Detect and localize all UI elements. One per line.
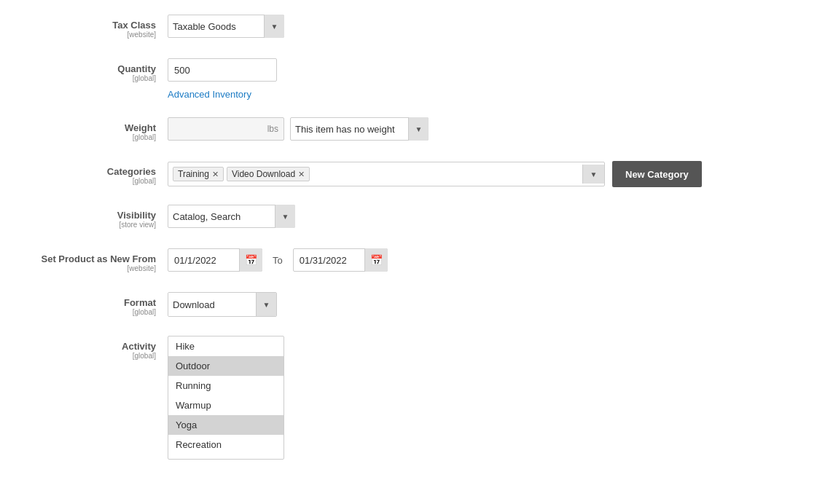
activity-scope: [global] — [15, 352, 156, 360]
set-product-new-field-col: 01/1/2022 📅 To 01/31/2022 📅 — [168, 248, 796, 272]
activity-item-warmup[interactable]: Warmup — [168, 395, 284, 415]
tax-class-select[interactable]: Taxable Goods None — [168, 15, 284, 38]
activity-label-col: Activity [global] — [15, 336, 168, 360]
category-tag-video-download: Video Download ✕ — [227, 167, 310, 181]
format-select[interactable]: Download Digital Physical — [168, 293, 256, 316]
visibility-select-wrapper: Catalog, Search Catalog Search Not Visib… — [168, 205, 295, 228]
format-scope: [global] — [15, 308, 156, 316]
weight-unit: lbs — [267, 124, 278, 134]
date-from-wrapper: 01/1/2022 📅 — [168, 248, 262, 272]
visibility-label: Visibility — [15, 210, 156, 221]
set-product-new-scope: [website] — [15, 264, 156, 272]
weight-input-wrapper: lbs — [168, 117, 284, 141]
advanced-inventory-link[interactable]: Advanced Inventory — [168, 89, 277, 100]
quantity-row: Quantity [global] 500 Advanced Inventory — [15, 58, 796, 100]
date-to-wrapper: 01/31/2022 📅 — [293, 248, 388, 272]
tax-class-row: Tax Class [website] Taxable Goods None ▼ — [15, 15, 796, 41]
date-to-icon[interactable]: 📅 — [364, 248, 388, 272]
weight-option-select[interactable]: This item has no weight This item has a … — [290, 117, 429, 141]
to-label: To — [268, 255, 287, 266]
category-tag-training: Training ✕ — [173, 167, 224, 181]
format-label-col: Format [global] — [15, 292, 168, 316]
weight-option-wrapper: This item has no weight This item has a … — [290, 117, 429, 141]
format-field-col: Download Digital Physical ▼ — [168, 292, 796, 317]
activity-item-outdoor[interactable]: Outdoor — [168, 356, 284, 376]
category-tag-video-download-label: Video Download — [232, 169, 295, 179]
set-product-new-label: Set Product as New From — [15, 253, 156, 264]
visibility-scope: [store view] — [15, 221, 156, 229]
format-row: Format [global] Download Digital Physica… — [15, 292, 796, 318]
tax-class-scope: [website] — [15, 31, 156, 39]
activity-row: Activity [global] Hike Outdoor Running W… — [15, 336, 796, 460]
activity-item-yoga[interactable]: Yoga — [168, 415, 284, 435]
format-select-wrapper: Download Digital Physical ▼ — [168, 292, 277, 317]
categories-label: Categories — [15, 166, 156, 177]
quantity-input[interactable]: 500 — [168, 58, 277, 82]
category-tag-training-remove[interactable]: ✕ — [212, 170, 219, 178]
weight-label-col: Weight [global] — [15, 117, 168, 141]
visibility-row: Visibility [store view] Catalog, Search … — [15, 205, 796, 231]
categories-field-col: Training ✕ Video Download ✕ ▼ New Catego… — [168, 161, 796, 187]
categories-tags: Training ✕ Video Download ✕ — [173, 167, 582, 181]
weight-scope: [global] — [15, 133, 156, 141]
categories-field[interactable]: Training ✕ Video Download ✕ ▼ — [168, 162, 605, 186]
date-from-icon[interactable]: 📅 — [239, 248, 262, 272]
categories-label-col: Categories [global] — [15, 161, 168, 185]
weight-row: Weight [global] lbs This item has no wei… — [15, 117, 796, 143]
activity-label: Activity — [15, 341, 156, 352]
categories-outer: Training ✕ Video Download ✕ ▼ New Catego… — [168, 161, 702, 187]
activity-field-col: Hike Outdoor Running Warmup Yoga Recreat… — [168, 336, 796, 460]
visibility-label-col: Visibility [store view] — [15, 205, 168, 229]
visibility-select[interactable]: Catalog, Search Catalog Search Not Visib… — [168, 205, 295, 228]
quantity-field-col: 500 Advanced Inventory — [168, 58, 796, 100]
new-category-button[interactable]: New Category — [612, 161, 702, 187]
weight-field-col: lbs This item has no weight This item ha… — [168, 117, 796, 141]
quantity-label: Quantity — [15, 63, 156, 74]
set-product-new-row: Set Product as New From [website] 01/1/2… — [15, 248, 796, 275]
activity-listbox[interactable]: Hike Outdoor Running Warmup Yoga Recreat… — [168, 336, 284, 460]
quantity-controls: 500 Advanced Inventory — [168, 58, 277, 100]
categories-scope: [global] — [15, 177, 156, 185]
categories-row: Categories [global] Training ✕ Video Dow… — [15, 161, 796, 187]
weight-label: Weight — [15, 122, 156, 133]
categories-dropdown-button[interactable]: ▼ — [582, 165, 604, 184]
set-product-new-label-col: Set Product as New From [website] — [15, 248, 168, 272]
tax-class-label-col: Tax Class [website] — [15, 15, 168, 39]
quantity-label-col: Quantity [global] — [15, 58, 168, 82]
activity-item-hike[interactable]: Hike — [168, 336, 284, 356]
tax-class-label: Tax Class — [15, 20, 156, 31]
quantity-scope: [global] — [15, 74, 156, 82]
tax-class-field-col: Taxable Goods None ▼ — [168, 15, 796, 38]
category-tag-video-download-remove[interactable]: ✕ — [298, 170, 305, 178]
form-container: Tax Class [website] Taxable Goods None ▼… — [0, 0, 825, 492]
visibility-field-col: Catalog, Search Catalog Search Not Visib… — [168, 205, 796, 228]
category-tag-training-label: Training — [178, 169, 209, 179]
activity-item-running[interactable]: Running — [168, 376, 284, 395]
format-dropdown-arrow: ▼ — [256, 293, 276, 316]
tax-class-select-wrapper: Taxable Goods None ▼ — [168, 15, 284, 38]
activity-item-recreation[interactable]: Recreation — [168, 435, 284, 454]
format-label: Format — [15, 297, 156, 308]
